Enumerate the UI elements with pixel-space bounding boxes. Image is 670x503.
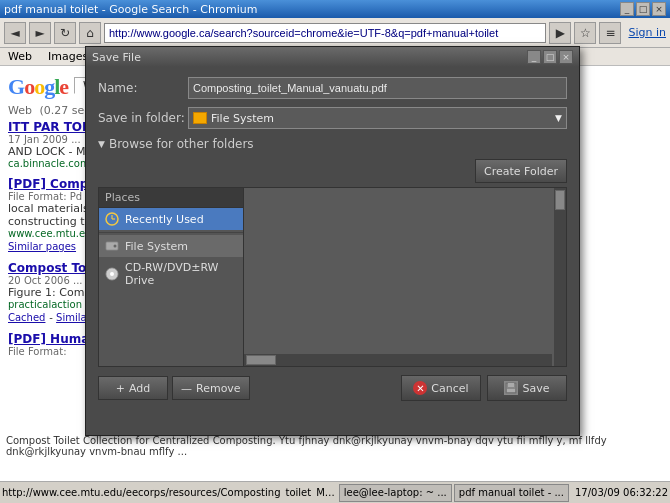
page-bottom-text: Compost Toilet Collection for Centralize… (6, 435, 664, 457)
browser-toolbar: ◄ ► ↻ ⌂ ▶ ☆ ≡ Sign in (0, 18, 670, 48)
remove-icon: — (181, 382, 192, 395)
dialog-body: Name: Save in folder: File System ▼ ▼ Br… (86, 67, 579, 411)
cdrom-label: CD-RW/DVD±RW Drive (125, 261, 237, 287)
browse-label: Browse for other folders (109, 137, 254, 151)
filename-input[interactable] (188, 77, 567, 99)
folder-row: Save in folder: File System ▼ (98, 107, 567, 129)
hscrollbar-thumb (246, 355, 276, 365)
save-icon (504, 381, 518, 395)
menu-button[interactable]: ≡ (599, 22, 621, 44)
taskbar-firefox[interactable]: lee@lee-laptop: ~ ... (339, 484, 452, 502)
svg-rect-8 (508, 383, 514, 387)
scrollbar-corner (554, 354, 566, 366)
home-button[interactable]: ⌂ (79, 22, 101, 44)
result-3-cached[interactable]: Cached (8, 312, 45, 323)
cancel-save-buttons: ✕ Cancel Save (401, 375, 567, 401)
save-button[interactable]: Save (487, 375, 567, 401)
status-bar: http://www.cee.mtu.edu/eecorps/resources… (0, 481, 670, 503)
browse-expander[interactable]: ▼ Browse for other folders (98, 137, 567, 151)
add-remove-buttons: + Add — Remove (98, 376, 250, 400)
folder-label: Save in folder: (98, 111, 188, 125)
create-folder-button[interactable]: Create Folder (475, 159, 567, 183)
content-panel (244, 188, 566, 366)
cancel-button[interactable]: ✕ Cancel (401, 375, 481, 401)
add-button[interactable]: + Add (98, 376, 168, 400)
svg-point-6 (110, 272, 114, 276)
places-separator (99, 232, 243, 233)
places-panel: Places Recently Used (99, 188, 244, 366)
vscrollbar-thumb (555, 190, 565, 210)
web-section-label: Web (8, 104, 32, 117)
file-browser: Places Recently Used (98, 187, 567, 367)
browser-title: pdf manual toilet - Google Search - Chro… (4, 3, 257, 16)
file-system-item[interactable]: File System (99, 235, 243, 257)
menu-web[interactable]: Web (4, 50, 36, 63)
refresh-button[interactable]: ↻ (54, 22, 76, 44)
places-header: Places (99, 188, 243, 208)
save-file-dialog: Save File _ □ × Name: Save in folder: Fi… (85, 46, 580, 436)
back-button[interactable]: ◄ (4, 22, 26, 44)
sign-in-link[interactable]: Sign in (628, 26, 666, 39)
taskbar-pdf-label: pdf manual toilet - ... (459, 487, 564, 498)
dialog-maximize[interactable]: □ (543, 50, 557, 64)
recently-used-item[interactable]: Recently Used (99, 208, 243, 230)
name-label: Name: (98, 81, 188, 95)
vscrollbar[interactable] (554, 188, 566, 354)
hscrollbar[interactable] (244, 354, 552, 366)
taskbar-firefox-label: lee@lee-laptop: ~ ... (344, 487, 447, 498)
window-controls: _ □ × (620, 2, 666, 16)
bookmark-button[interactable]: ☆ (574, 22, 596, 44)
forward-button[interactable]: ► (29, 22, 51, 44)
svg-rect-9 (507, 389, 515, 392)
browse-arrow-icon: ▼ (98, 139, 105, 149)
address-bar[interactable] (104, 23, 546, 43)
create-folder-label: Create Folder (484, 165, 558, 178)
bottom-buttons: + Add — Remove ✕ Cancel (98, 375, 567, 401)
taskbar: lee@lee-laptop: ~ ... pdf manual toilet … (339, 484, 668, 502)
recently-used-label: Recently Used (125, 213, 204, 226)
cancel-icon: ✕ (413, 381, 427, 395)
recently-used-icon (105, 212, 119, 226)
cancel-label: Cancel (431, 382, 468, 395)
folder-arrow-icon: ▼ (555, 113, 562, 123)
cdrom-icon (105, 267, 119, 281)
svg-point-4 (114, 245, 117, 248)
hdd-icon (105, 239, 119, 253)
cdrom-item[interactable]: CD-RW/DVD±RW Drive (99, 257, 243, 291)
folder-value: File System (211, 112, 274, 125)
dialog-title-buttons: _ □ × (527, 50, 573, 64)
close-button[interactable]: × (652, 2, 666, 16)
dialog-minimize[interactable]: _ (527, 50, 541, 64)
add-label: Add (129, 382, 150, 395)
maximize-button[interactable]: □ (636, 2, 650, 16)
browser-window: pdf manual toilet - Google Search - Chro… (0, 0, 670, 503)
status-url: http://www.cee.mtu.edu/eecorps/resources… (2, 487, 339, 498)
go-button[interactable]: ▶ (549, 22, 571, 44)
dialog-close[interactable]: × (559, 50, 573, 64)
result-2-similar[interactable]: Similar pages (8, 241, 76, 252)
folder-icon (193, 112, 207, 124)
file-system-label: File System (125, 240, 188, 253)
google-logo: Google (8, 74, 68, 100)
remove-button[interactable]: — Remove (172, 376, 250, 400)
title-bar: pdf manual toilet - Google Search - Chro… (0, 0, 670, 18)
remove-label: Remove (196, 382, 241, 395)
dialog-title-bar: Save File _ □ × (86, 47, 579, 67)
name-row: Name: (98, 77, 567, 99)
clock: 17/03/09 06:32:22 (575, 487, 668, 498)
add-icon: + (116, 382, 125, 395)
folder-select[interactable]: File System ▼ (188, 107, 567, 129)
taskbar-pdf[interactable]: pdf manual toilet - ... (454, 484, 569, 502)
save-label: Save (522, 382, 549, 395)
minimize-button[interactable]: _ (620, 2, 634, 16)
dialog-title: Save File (92, 51, 141, 64)
